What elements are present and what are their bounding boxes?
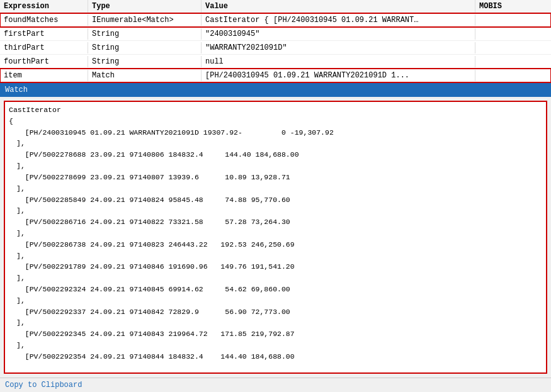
watch-entry-4: [PV/5002286716 24.09.21 97140822 73321.5… — [9, 216, 542, 228]
cell-value: "2400310945" — [202, 28, 475, 40]
cell-expression: item — [0, 70, 88, 81]
cell-value: CastIterator { [PH/2400310945 01.09.21 W… — [202, 14, 475, 26]
cell-value: [PH/2400310945 01.09.21 WARRANTY2021091D… — [202, 70, 475, 81]
watch-entry-5: [PV/5002286738 24.09.21 97140823 246443.… — [9, 239, 542, 250]
watch-entry-6b: ], — [9, 272, 542, 284]
watch-entry-0b: ], — [9, 138, 542, 149]
cell-mobis — [475, 33, 551, 35]
watch-entry-2b: ], — [9, 183, 542, 194]
col-type: Type — [88, 0, 202, 13]
table-header: Expression Type Value MOBIS — [0, 0, 551, 13]
watch-entry-9: [PV/5002292345 24.09.21 97140843 219964.… — [9, 328, 542, 340]
watch-entry-7: [PV/5002292324 24.09.21 97140845 69914.6… — [9, 284, 542, 295]
cell-mobis — [475, 60, 551, 63]
copy-to-clipboard-link[interactable]: Copy to Clipboard — [5, 381, 82, 389]
cell-type: String — [88, 28, 202, 40]
watch-entry-2: [PV/5002278699 23.09.21 97140807 13939.6… — [9, 172, 542, 183]
watch-entry-8b: ], — [9, 317, 542, 328]
debug-table: Expression Type Value MOBIS foundMatches… — [0, 0, 551, 83]
watch-entry-5b: ], — [9, 250, 542, 262]
watch-content: CastIterator { [PH/2400310945 01.09.21 W… — [0, 97, 551, 378]
watch-entry-10: [PV/5002292354 24.09.21 97140844 184832.… — [9, 351, 542, 362]
table-row[interactable]: foundMatches IEnumerable<Match> CastIter… — [0, 13, 551, 27]
watch-entry-9b: ], — [9, 340, 542, 351]
cell-expression: fourthPart — [0, 56, 88, 67]
watch-header: Watch — [0, 83, 551, 97]
cell-mobis — [475, 19, 551, 21]
cell-expression: foundMatches — [0, 14, 88, 26]
col-mobis: MOBIS — [475, 0, 551, 13]
watch-entry-4b: ], — [9, 228, 542, 239]
watch-entry-3b: ], — [9, 205, 542, 216]
watch-entry-7b: ], — [9, 295, 542, 306]
cell-value: "WARRANTY2021091D" — [202, 42, 475, 53]
watch-entry-8: [PV/5002292337 24.09.21 97140842 72829.9… — [9, 306, 542, 318]
watch-entry-1: [PV/5002278688 23.09.21 97140806 184832.… — [9, 149, 542, 160]
watch-box[interactable]: CastIterator { [PH/2400310945 01.09.21 W… — [4, 101, 547, 374]
watch-entry-0: [PH/2400310945 01.09.21 WARRANTY2021091D… — [9, 127, 542, 138]
col-value: Value — [202, 0, 475, 13]
watch-entry-6: [PV/5002291789 24.09.21 97140846 191690.… — [9, 261, 542, 272]
cell-expression: thirdPart — [0, 42, 88, 53]
watch-open-brace: { — [9, 116, 542, 127]
table-row[interactable]: fourthPart String null — [0, 55, 551, 69]
cell-type: String — [88, 56, 202, 67]
cell-type: Match — [88, 70, 202, 81]
cast-iterator-title: CastIterator — [9, 104, 542, 116]
table-row-item[interactable]: item Match [PH/2400310945 01.09.21 WARRA… — [0, 69, 551, 82]
cell-value: null — [202, 56, 475, 67]
watch-entry-3: [PV/5002285849 24.09.21 97140824 95845.4… — [9, 194, 542, 206]
table-row[interactable]: thirdPart String "WARRANTY2021091D" — [0, 41, 551, 55]
cell-type: IEnumerable<Match> — [88, 14, 202, 26]
cell-mobis — [475, 47, 551, 49]
table-row[interactable]: firstPart String "2400310945" — [0, 27, 551, 41]
cell-mobis — [475, 74, 551, 77]
watch-label: Watch — [5, 86, 28, 94]
cell-type: String — [88, 42, 202, 53]
bottom-bar: Copy to Clipboard — [0, 378, 551, 392]
cell-expression: firstPart — [0, 28, 88, 40]
col-expression: Expression — [0, 0, 88, 13]
watch-entry-1b: ], — [9, 160, 542, 172]
